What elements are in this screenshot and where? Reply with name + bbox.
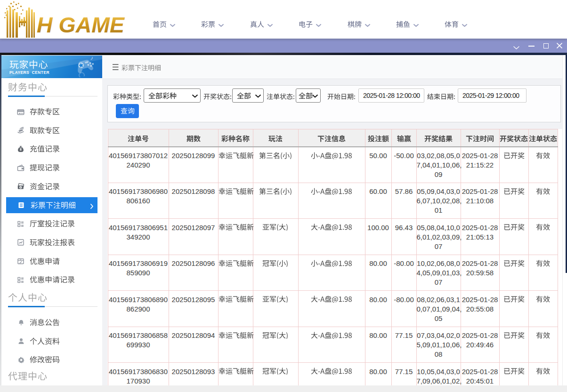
svg-text:H GAME: H GAME [37,13,125,35]
